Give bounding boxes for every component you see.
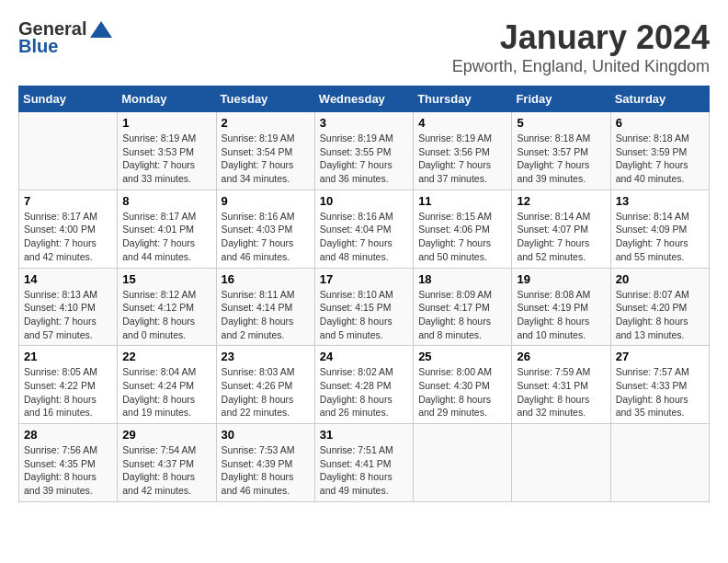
- calendar-cell: 14Sunrise: 8:13 AMSunset: 4:10 PMDayligh…: [19, 268, 118, 346]
- calendar-subtitle: Epworth, England, United Kingdom: [452, 57, 710, 76]
- title-section: January 2024 Epworth, England, United Ki…: [452, 18, 710, 76]
- day-info: Sunrise: 8:07 AMSunset: 4:20 PMDaylight:…: [616, 288, 704, 342]
- day-info: Sunrise: 8:02 AMSunset: 4:28 PMDaylight:…: [320, 365, 408, 419]
- calendar-week-row: 14Sunrise: 8:13 AMSunset: 4:10 PMDayligh…: [19, 268, 710, 346]
- calendar-table: Sunday Monday Tuesday Wednesday Thursday…: [18, 86, 710, 502]
- calendar-cell: 17Sunrise: 8:10 AMSunset: 4:15 PMDayligh…: [314, 268, 413, 346]
- day-info: Sunrise: 8:09 AMSunset: 4:17 PMDaylight:…: [418, 288, 506, 342]
- calendar-cell: 21Sunrise: 8:05 AMSunset: 4:22 PMDayligh…: [19, 346, 118, 424]
- calendar-cell: [610, 424, 709, 502]
- header-monday: Monday: [118, 86, 216, 112]
- calendar-cell: 27Sunrise: 7:57 AMSunset: 4:33 PMDayligh…: [610, 346, 709, 424]
- day-info: Sunrise: 8:18 AMSunset: 3:59 PMDaylight:…: [616, 132, 704, 186]
- header-wednesday: Wednesday: [314, 86, 413, 112]
- calendar-cell: 24Sunrise: 8:02 AMSunset: 4:28 PMDayligh…: [314, 346, 413, 424]
- calendar-cell: 16Sunrise: 8:11 AMSunset: 4:14 PMDayligh…: [216, 268, 314, 346]
- calendar-cell: 18Sunrise: 8:09 AMSunset: 4:17 PMDayligh…: [414, 268, 512, 346]
- day-info: Sunrise: 7:56 AMSunset: 4:35 PMDaylight:…: [24, 443, 112, 498]
- day-number: 26: [517, 350, 605, 363]
- day-number: 5: [517, 116, 605, 130]
- day-info: Sunrise: 8:17 AMSunset: 4:00 PMDaylight:…: [24, 210, 112, 264]
- day-number: 25: [418, 350, 506, 363]
- calendar-cell: 28Sunrise: 7:56 AMSunset: 4:35 PMDayligh…: [19, 424, 118, 502]
- calendar-cell: [19, 112, 118, 190]
- day-number: 10: [320, 194, 408, 208]
- day-info: Sunrise: 8:19 AMSunset: 3:55 PMDaylight:…: [320, 132, 408, 186]
- calendar-cell: 6Sunrise: 8:18 AMSunset: 3:59 PMDaylight…: [610, 112, 709, 190]
- calendar-cell: 15Sunrise: 8:12 AMSunset: 4:12 PMDayligh…: [118, 268, 216, 346]
- calendar-cell: 3Sunrise: 8:19 AMSunset: 3:55 PMDaylight…: [314, 112, 413, 190]
- day-info: Sunrise: 7:59 AMSunset: 4:31 PMDaylight:…: [517, 365, 605, 419]
- calendar-cell: [414, 424, 512, 502]
- calendar-cell: [512, 424, 610, 502]
- calendar-cell: 23Sunrise: 8:03 AMSunset: 4:26 PMDayligh…: [216, 346, 314, 424]
- calendar-cell: 7Sunrise: 8:17 AMSunset: 4:00 PMDaylight…: [19, 190, 118, 268]
- day-info: Sunrise: 7:54 AMSunset: 4:37 PMDaylight:…: [122, 443, 210, 498]
- day-number: 23: [222, 350, 310, 363]
- day-number: 17: [320, 272, 408, 286]
- calendar-cell: 5Sunrise: 8:18 AMSunset: 3:57 PMDaylight…: [512, 112, 610, 190]
- day-info: Sunrise: 8:15 AMSunset: 4:06 PMDaylight:…: [418, 210, 506, 264]
- calendar-week-row: 21Sunrise: 8:05 AMSunset: 4:22 PMDayligh…: [19, 346, 710, 424]
- calendar-cell: 4Sunrise: 8:19 AMSunset: 3:56 PMDaylight…: [414, 112, 512, 190]
- day-number: 29: [122, 428, 210, 442]
- day-number: 31: [320, 428, 408, 442]
- day-info: Sunrise: 8:16 AMSunset: 4:03 PMDaylight:…: [222, 210, 310, 264]
- day-info: Sunrise: 7:57 AMSunset: 4:33 PMDaylight:…: [616, 365, 704, 419]
- calendar-cell: 10Sunrise: 8:16 AMSunset: 4:04 PMDayligh…: [314, 190, 413, 268]
- day-info: Sunrise: 8:05 AMSunset: 4:22 PMDaylight:…: [24, 365, 112, 419]
- day-number: 28: [24, 428, 112, 442]
- day-number: 30: [222, 428, 310, 442]
- day-info: Sunrise: 8:16 AMSunset: 4:04 PMDaylight:…: [320, 210, 408, 264]
- day-info: Sunrise: 7:51 AMSunset: 4:41 PMDaylight:…: [320, 443, 408, 498]
- day-number: 20: [616, 272, 704, 286]
- page-header: General Blue January 2024 Epworth, Engla…: [18, 18, 710, 76]
- day-info: Sunrise: 8:19 AMSunset: 3:54 PMDaylight:…: [222, 132, 310, 186]
- day-number: 27: [616, 350, 704, 363]
- day-info: Sunrise: 8:03 AMSunset: 4:26 PMDaylight:…: [222, 365, 310, 419]
- calendar-cell: 1Sunrise: 8:19 AMSunset: 3:53 PMDaylight…: [118, 112, 216, 190]
- day-number: 19: [517, 272, 605, 286]
- day-number: 11: [418, 194, 506, 208]
- day-number: 24: [320, 350, 408, 363]
- day-info: Sunrise: 8:12 AMSunset: 4:12 PMDaylight:…: [122, 288, 210, 342]
- day-info: Sunrise: 7:53 AMSunset: 4:39 PMDaylight:…: [222, 443, 310, 498]
- day-number: 8: [122, 194, 210, 208]
- logo-blue-text: Blue: [18, 36, 58, 57]
- calendar-cell: 30Sunrise: 7:53 AMSunset: 4:39 PMDayligh…: [216, 424, 314, 502]
- logo: General Blue: [18, 18, 114, 57]
- day-number: 3: [320, 116, 408, 130]
- day-number: 1: [122, 116, 210, 130]
- day-number: 12: [517, 194, 605, 208]
- header-sunday: Sunday: [19, 86, 118, 112]
- day-number: 22: [122, 350, 210, 363]
- day-info: Sunrise: 8:08 AMSunset: 4:19 PMDaylight:…: [517, 288, 605, 342]
- calendar-cell: 9Sunrise: 8:16 AMSunset: 4:03 PMDaylight…: [216, 190, 314, 268]
- logo-icon: [88, 19, 114, 40]
- calendar-week-row: 1Sunrise: 8:19 AMSunset: 3:53 PMDaylight…: [19, 112, 710, 190]
- day-info: Sunrise: 8:10 AMSunset: 4:15 PMDaylight:…: [320, 288, 408, 342]
- day-info: Sunrise: 8:11 AMSunset: 4:14 PMDaylight:…: [222, 288, 310, 342]
- calendar-cell: 12Sunrise: 8:14 AMSunset: 4:07 PMDayligh…: [512, 190, 610, 268]
- day-number: 14: [24, 272, 112, 286]
- calendar-cell: 11Sunrise: 8:15 AMSunset: 4:06 PMDayligh…: [414, 190, 512, 268]
- header-friday: Friday: [512, 86, 610, 112]
- calendar-week-row: 7Sunrise: 8:17 AMSunset: 4:00 PMDaylight…: [19, 190, 710, 268]
- calendar-cell: 2Sunrise: 8:19 AMSunset: 3:54 PMDaylight…: [216, 112, 314, 190]
- day-number: 21: [24, 350, 112, 363]
- calendar-cell: 13Sunrise: 8:14 AMSunset: 4:09 PMDayligh…: [610, 190, 709, 268]
- day-number: 16: [222, 272, 310, 286]
- day-info: Sunrise: 8:19 AMSunset: 3:53 PMDaylight:…: [122, 132, 210, 186]
- calendar-cell: 31Sunrise: 7:51 AMSunset: 4:41 PMDayligh…: [314, 424, 413, 502]
- header-saturday: Saturday: [610, 86, 709, 112]
- calendar-cell: 20Sunrise: 8:07 AMSunset: 4:20 PMDayligh…: [610, 268, 709, 346]
- calendar-cell: 19Sunrise: 8:08 AMSunset: 4:19 PMDayligh…: [512, 268, 610, 346]
- calendar-week-row: 28Sunrise: 7:56 AMSunset: 4:35 PMDayligh…: [19, 424, 710, 502]
- day-info: Sunrise: 8:00 AMSunset: 4:30 PMDaylight:…: [418, 365, 506, 419]
- day-info: Sunrise: 8:14 AMSunset: 4:07 PMDaylight:…: [517, 210, 605, 264]
- day-number: 6: [616, 116, 704, 130]
- day-number: 13: [616, 194, 704, 208]
- day-info: Sunrise: 8:04 AMSunset: 4:24 PMDaylight:…: [122, 365, 210, 419]
- day-number: 2: [222, 116, 310, 130]
- calendar-cell: 29Sunrise: 7:54 AMSunset: 4:37 PMDayligh…: [118, 424, 216, 502]
